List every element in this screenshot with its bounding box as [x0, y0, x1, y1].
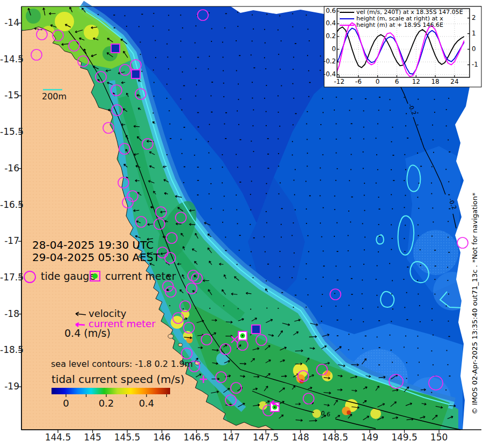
inset-legend-entry: vel (m/s, 240T) at x 18.35S 147.05E	[356, 9, 463, 16]
x-axis-tick-label: 146.5	[178, 433, 215, 443]
inset-left-tick-label: 0	[321, 46, 336, 53]
inset-left-tick-label: -0.4	[321, 71, 336, 78]
credit-text: © IMOS 02-Apr-2025 13:35:40 out71_13c . …	[471, 193, 479, 415]
contour-label: 0.6	[320, 410, 331, 418]
colorbar-title: tidal current speed (m/s)	[52, 374, 185, 385]
tidal-current-map-figure: 28-04-2025 19:30 UTC 29-04-2025 05:30 AE…	[0, 0, 483, 448]
velocity-arrow-icon	[72, 310, 87, 320]
inset-x-tick-label: 6	[390, 78, 403, 85]
current-meter-icon	[90, 271, 100, 281]
colorbar-tick-label: 0.2	[93, 399, 120, 409]
current-meter-marker	[238, 331, 247, 340]
inset-right-tick-label: 2	[472, 15, 476, 21]
x-axis-tick-label: 148	[282, 433, 319, 443]
velocity-scale-label: 0.4 (m/s)	[64, 328, 111, 339]
x-axis-tick-label: 147.5	[247, 433, 284, 443]
colorbar	[52, 388, 170, 394]
y-axis-tick-label: -14	[0, 18, 19, 28]
sea-level-note: sea level contours: -1.8 0.2 1.9m	[51, 360, 193, 369]
colorbar-tick-label: 0.4	[133, 399, 160, 409]
x-axis-tick-label: 145.5	[108, 433, 146, 443]
y-axis-tick-label: -17	[0, 236, 19, 246]
inset-x-tick-label: 24	[448, 78, 461, 85]
x-axis-tick-label: 149.5	[386, 433, 423, 443]
current-meter-dot	[92, 273, 98, 279]
inset-x-tick-label: 0	[371, 78, 384, 85]
inset-right-tick-label: -1	[472, 61, 478, 68]
inset-x-tick-label: -12	[333, 78, 346, 85]
x-axis-tick-label: 145	[74, 433, 112, 443]
inset-left-tick-label: 0.4	[321, 20, 336, 27]
timestamp-utc: 28-04-2025 19:30 UTC	[32, 240, 153, 251]
current-meter-marker	[131, 70, 140, 78]
inset-right-tick-label: 1	[472, 30, 476, 37]
current-meter-marker	[111, 44, 120, 53]
current-meter-marker	[252, 325, 260, 334]
inset-left-tick-label: 0.6	[321, 8, 336, 15]
x-axis-tick-label: 144.5	[39, 433, 77, 443]
timestamp-local: 29-04-2025 05:30 AEST	[32, 252, 160, 263]
x-axis-tick-label: 147	[213, 433, 250, 443]
tide-gauge-icon	[24, 271, 36, 283]
y-axis-tick-label: -15	[0, 91, 19, 100]
inset-left-tick-label: -0.2	[321, 58, 336, 65]
inset-x-tick-label: 12	[409, 78, 422, 85]
inset-x-tick-label: -6	[352, 78, 365, 85]
inset-legend-entry: height (m) at + 18.9S 146.6E	[356, 22, 443, 28]
x-axis-tick-label: 148.5	[316, 433, 354, 443]
current-meter-label: current meter	[105, 271, 176, 282]
x-axis-tick-label: 150	[420, 433, 458, 443]
x-axis-tick-label: 149	[351, 433, 389, 443]
y-axis-tick-label: -16	[0, 164, 19, 174]
y-axis-tick-label: -17.5	[0, 273, 19, 283]
inset-x-tick-label: 18	[429, 78, 442, 85]
tide-gauge-label: tide gauge	[41, 271, 96, 282]
y-axis-tick-label: -18.5	[0, 345, 19, 355]
inset-left-tick-label: 0.2	[321, 33, 336, 40]
y-axis-tick-label: -19	[0, 382, 19, 392]
y-axis-tick-label: -15.5	[0, 127, 19, 137]
y-axis-tick-label: -16.5	[0, 200, 19, 210]
inset-right-tick-label: 0	[472, 46, 476, 53]
inset-legend-entry: height (m, scale at right) at x	[356, 16, 443, 22]
scalebar-label: 200m	[42, 92, 67, 102]
y-axis-tick-label: -18	[0, 309, 19, 319]
x-axis-tick-label: 146	[143, 433, 181, 443]
colorbar-tick-label: 0	[53, 399, 79, 409]
y-axis-tick-label: -14.5	[0, 55, 19, 64]
